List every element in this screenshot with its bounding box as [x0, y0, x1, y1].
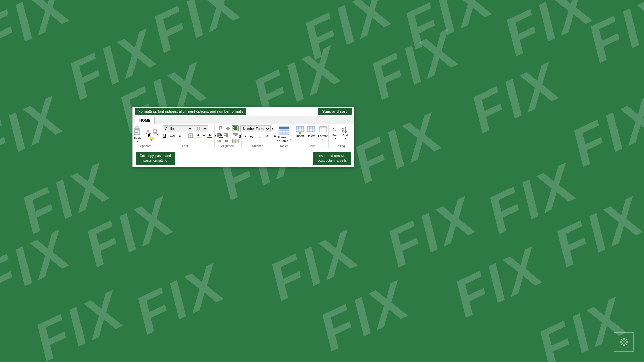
svg-rect-49 — [279, 131, 289, 133]
font-color-button[interactable]: A — [206, 132, 213, 139]
indent-increase-button[interactable] — [223, 138, 230, 144]
font-group: Calibri 11 B I U abc D — [156, 125, 215, 148]
svg-rect-60 — [307, 126, 315, 129]
ribbon-panel: Formatting: font options, alignment opti… — [132, 107, 354, 167]
format-table-dropdown[interactable]: ▼ — [290, 138, 292, 141]
decimal-increase-button[interactable]: .0 — [263, 133, 270, 140]
watermark-14: FIX — [260, 218, 369, 313]
format-button[interactable]: Format ▼ — [317, 125, 328, 141]
watermark-2: FIX — [58, 17, 167, 112]
watermark-15: FIX — [394, 0, 503, 61]
svg-rect-54 — [296, 129, 304, 132]
number-format-row: Number Format ▼ — [240, 125, 274, 132]
watermark-22: FIX — [478, 151, 587, 246]
delete-dropdown[interactable]: ▼ — [310, 138, 312, 140]
bold-button[interactable]: B — [146, 132, 153, 139]
svg-rect-79 — [620, 341, 621, 343]
watermark-26: FIX — [545, 185, 644, 279]
svg-rect-44 — [232, 139, 235, 143]
svg-rect-53 — [296, 126, 304, 129]
strikethrough-button[interactable]: abc — [169, 132, 176, 139]
number-content: Number Format ▼ $ ▼ % , .0 .0 — [237, 125, 278, 144]
align-row-1 — [217, 125, 239, 131]
watermark-6: FIX — [25, 279, 134, 362]
svg-rect-20 — [227, 127, 228, 130]
delete-button[interactable]: Delete ▼ — [306, 125, 316, 141]
watermark-18: FIX — [377, 185, 486, 279]
sum-dropdown[interactable]: ▼ — [334, 137, 337, 140]
watermark-16: FIX — [360, 17, 469, 112]
dollar-dropdown[interactable]: ▼ — [245, 135, 247, 138]
indent-decrease-button[interactable] — [216, 138, 222, 144]
font-row-2: B I U abc D A — [146, 132, 224, 139]
svg-rect-2 — [135, 129, 139, 130]
watermark-7: FIX — [142, 0, 251, 65]
svg-point-76 — [623, 341, 625, 343]
watermark-24: FIX — [578, 0, 644, 75]
watermark-25: FIX — [561, 84, 644, 179]
align-top-button[interactable] — [217, 125, 224, 131]
paste-dropdown[interactable]: ▼ — [137, 140, 139, 142]
font-color-indicator — [207, 137, 212, 138]
format-dropdown[interactable]: ▼ — [322, 138, 324, 140]
watermark-3: FIX — [0, 84, 73, 179]
strikethrough-button-2[interactable]: D — [177, 132, 183, 139]
bottom-callouts: Cut, copy, paste, and paste formatting I… — [133, 149, 354, 167]
tables-content: Format as Table ▼ — [275, 125, 293, 144]
watermark-23: FIX — [444, 235, 553, 329]
sum-button[interactable]: Σ Sum ▼ — [331, 125, 340, 140]
sort-dropdown[interactable]: ▼ — [344, 137, 347, 140]
paste-icon — [132, 126, 143, 137]
svg-rect-17 — [219, 127, 220, 130]
formatting-tooltip: Formatting: font options, alignment opti… — [135, 108, 246, 115]
watermark-19: FIX — [310, 268, 419, 362]
font-content: Calibri 11 B I U abc D — [146, 125, 224, 144]
font-name-select[interactable]: Calibri — [163, 125, 193, 132]
number-label: Number — [244, 144, 271, 148]
settings-button[interactable] — [614, 332, 634, 352]
cells-callout: Insert and remove rows, columns, cells — [313, 152, 351, 165]
percent-button[interactable]: % — [248, 133, 255, 140]
svg-rect-80 — [627, 341, 628, 343]
number-format-select[interactable]: Number Format — [240, 125, 271, 132]
svg-text:Σ: Σ — [332, 127, 336, 132]
svg-rect-68 — [320, 127, 326, 128]
tables-label: Tables — [275, 144, 293, 148]
comma-button[interactable]: , — [256, 133, 262, 140]
watermark-9: FIX — [75, 185, 184, 279]
cells-group: Insert ▼ Delete ▼ — [295, 125, 329, 148]
dollar-button[interactable]: $ — [237, 133, 244, 140]
editing-content: Σ Sum ▼ A Z Sort ▼ — [331, 125, 350, 144]
font-size-select[interactable]: 11 — [194, 125, 208, 132]
align-right-button[interactable] — [223, 132, 230, 138]
svg-text:Z: Z — [342, 130, 344, 133]
insert-button[interactable]: Insert ▼ — [295, 125, 305, 141]
callout-bar: Formatting: font options, alignment opti… — [133, 107, 354, 116]
fill-color-indicator — [196, 137, 201, 138]
svg-rect-18 — [221, 127, 222, 129]
tab-home[interactable]: HOME — [135, 117, 155, 124]
italic-button[interactable]: I — [154, 132, 160, 139]
editing-group: Σ Sum ▼ A Z Sort ▼ — [329, 125, 352, 148]
svg-rect-61 — [307, 129, 315, 132]
watermark-11: FIX — [293, 0, 402, 71]
clipboard-callout: Cut, copy, paste, and paste formatting — [136, 152, 175, 165]
sum-sort-button[interactable]: Sum, and sort — [318, 108, 352, 115]
number-symbol-row: $ ▼ % , .0 .0 — [237, 133, 278, 140]
svg-point-75 — [622, 340, 626, 344]
paste-button[interactable]: Paste ▼ — [131, 125, 144, 143]
align-left-button[interactable] — [216, 132, 222, 138]
sort-button[interactable]: A Z Sort ▼ — [341, 125, 350, 140]
watermark-17: FIX — [343, 101, 452, 195]
svg-rect-77 — [623, 338, 625, 339]
format-as-table-button[interactable]: Format as Table ▼ — [275, 126, 293, 144]
tables-group: Format as Table ▼ Tables — [273, 125, 295, 148]
fill-color-button[interactable]: A — [195, 132, 202, 139]
svg-rect-48 — [279, 129, 289, 131]
align-middle-button[interactable] — [225, 125, 231, 131]
insert-dropdown[interactable]: ▼ — [299, 138, 301, 140]
border-button[interactable] — [187, 132, 194, 139]
underline-button[interactable]: U — [161, 132, 168, 139]
fill-color-dropdown[interactable]: ▼ — [203, 134, 205, 137]
watermark-21: FIX — [461, 51, 570, 145]
